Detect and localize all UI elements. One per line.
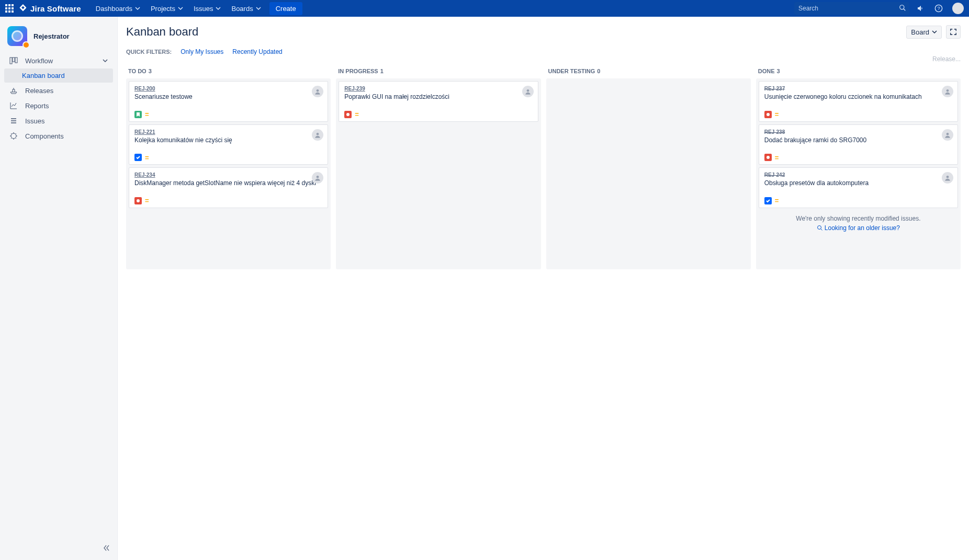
column-done-body[interactable]: REJ-237 Usunięcie czerwonego koloru czci… bbox=[756, 78, 961, 269]
fullscreen-button[interactable] bbox=[946, 25, 961, 39]
svg-point-15 bbox=[767, 113, 770, 116]
column-done-count: 3 bbox=[777, 68, 780, 74]
filter-only-my-issues[interactable]: Only My Issues bbox=[181, 48, 223, 55]
board-dropdown-label: Board bbox=[911, 28, 929, 36]
chevron-down-icon bbox=[932, 29, 937, 35]
board-dropdown[interactable]: Board bbox=[906, 26, 942, 39]
svg-line-1 bbox=[904, 9, 906, 11]
bug-icon bbox=[764, 154, 772, 161]
svg-point-13 bbox=[346, 113, 350, 116]
column-todo: TO DO3 REJ-200 Scenariusze testowe = REJ… bbox=[126, 65, 331, 269]
nav-dashboards-label: Dashboards bbox=[96, 5, 132, 13]
card-key[interactable]: REJ-237 bbox=[764, 86, 952, 92]
task-icon bbox=[764, 197, 772, 204]
card-title: Dodać brakujące ramki do SRG7000 bbox=[764, 136, 952, 145]
card-key[interactable]: REJ-234 bbox=[134, 172, 322, 178]
app-switcher-icon[interactable] bbox=[5, 4, 14, 13]
svg-point-18 bbox=[947, 176, 949, 178]
project-header[interactable]: Rejestrator bbox=[4, 24, 113, 53]
card-key[interactable]: REJ-238 bbox=[764, 129, 952, 135]
sidebar-item-workflow[interactable]: Workflow bbox=[4, 53, 113, 68]
project-name: Rejestrator bbox=[33, 32, 70, 40]
column-todo-body[interactable]: REJ-200 Scenariusze testowe = REJ-221 Ko… bbox=[126, 78, 331, 269]
card-rej-239[interactable]: REJ-239 Poprawki GUI na małej rozdzielcz… bbox=[339, 81, 538, 122]
ship-icon bbox=[9, 86, 18, 95]
card-title: Kolejka komunikatów nie czyści się bbox=[134, 136, 322, 145]
card-rej-221[interactable]: REJ-221 Kolejka komunikatów nie czyści s… bbox=[129, 124, 328, 165]
sidebar-item-reports[interactable]: Reports bbox=[4, 98, 113, 113]
feedback-icon[interactable] bbox=[915, 2, 927, 15]
assignee-avatar[interactable] bbox=[522, 86, 534, 97]
card-key[interactable]: REJ-242 bbox=[764, 172, 952, 178]
card-title: Scenariusze testowe bbox=[134, 93, 322, 101]
older-issues-link[interactable]: Looking for an older issue? bbox=[825, 224, 900, 232]
sidebar: Rejestrator Workflow Kanban board Releas… bbox=[0, 17, 118, 560]
nav-projects-label: Projects bbox=[151, 5, 175, 13]
nav-boards[interactable]: Boards bbox=[226, 5, 266, 13]
svg-point-16 bbox=[947, 133, 949, 135]
assignee-avatar[interactable] bbox=[312, 129, 323, 141]
sidebar-item-releases[interactable]: Releases bbox=[4, 83, 113, 98]
kanban-board: Release... TO DO3 REJ-200 Scenariusze te… bbox=[126, 65, 961, 269]
svg-point-19 bbox=[817, 225, 821, 229]
card-rej-242[interactable]: REJ-242 Obsługa presetów dla autokompute… bbox=[759, 167, 958, 208]
column-done-title: DONE bbox=[758, 68, 775, 74]
nav-issues[interactable]: Issues bbox=[188, 5, 227, 13]
quick-filters: QUICK FILTERS: Only My Issues Recently U… bbox=[126, 48, 961, 55]
search-input[interactable] bbox=[794, 2, 909, 15]
card-rej-234[interactable]: REJ-234 DiskManager metoda getSlotName n… bbox=[129, 167, 328, 208]
chevron-down-icon bbox=[256, 6, 261, 11]
svg-line-20 bbox=[820, 228, 822, 230]
svg-point-8 bbox=[317, 89, 319, 92]
column-done: DONE3 REJ-237 Usunięcie czerwonego kolor… bbox=[756, 65, 961, 269]
release-button[interactable]: Release... bbox=[932, 55, 961, 63]
card-title: Usunięcie czerwonego koloru czcionek na … bbox=[764, 93, 952, 101]
column-undertesting-count: 0 bbox=[597, 68, 600, 74]
column-undertesting-title: UNDER TESTING bbox=[548, 68, 595, 74]
nav-menu: Dashboards Projects Issues Boards Create bbox=[91, 2, 302, 15]
column-undertesting-body[interactable] bbox=[546, 78, 751, 269]
priority-medium-icon: = bbox=[145, 111, 149, 118]
card-key[interactable]: REJ-221 bbox=[134, 129, 322, 135]
chart-icon bbox=[9, 101, 18, 110]
nav-dashboards[interactable]: Dashboards bbox=[91, 5, 145, 13]
sidebar-releases-label: Releases bbox=[25, 87, 53, 95]
board-icon bbox=[9, 56, 18, 65]
column-inprogress: IN PROGRESS1 REJ-239 Poprawki GUI na mał… bbox=[336, 65, 540, 269]
create-button[interactable]: Create bbox=[269, 2, 302, 15]
older-issues-notice: We're only showing recently modified iss… bbox=[759, 211, 958, 236]
filter-recently-updated[interactable]: Recently Updated bbox=[232, 48, 282, 55]
collapse-sidebar-button[interactable] bbox=[103, 544, 111, 554]
svg-point-9 bbox=[317, 133, 319, 135]
jira-logo-text: Jira Software bbox=[30, 4, 81, 13]
card-rej-200[interactable]: REJ-200 Scenariusze testowe = bbox=[129, 81, 328, 122]
svg-text:?: ? bbox=[937, 6, 940, 11]
sidebar-kanban-label: Kanban board bbox=[22, 72, 65, 79]
sidebar-item-components[interactable]: Components bbox=[4, 129, 113, 143]
priority-medium-icon: = bbox=[775, 111, 779, 118]
svg-rect-4 bbox=[10, 58, 12, 64]
card-key[interactable]: REJ-239 bbox=[344, 86, 532, 92]
search-icon bbox=[817, 225, 823, 231]
list-icon bbox=[9, 117, 18, 125]
quick-filters-label: QUICK FILTERS: bbox=[126, 49, 172, 55]
card-rej-237[interactable]: REJ-237 Usunięcie czerwonego koloru czci… bbox=[759, 81, 958, 122]
sidebar-item-kanban[interactable]: Kanban board bbox=[4, 68, 113, 83]
help-icon[interactable]: ? bbox=[932, 2, 945, 15]
story-icon bbox=[134, 111, 142, 118]
column-todo-count: 3 bbox=[149, 68, 152, 74]
svg-point-17 bbox=[767, 156, 770, 159]
assignee-avatar[interactable] bbox=[942, 129, 953, 141]
column-inprogress-body[interactable]: REJ-239 Poprawki GUI na małej rozdzielcz… bbox=[336, 78, 540, 269]
svg-point-12 bbox=[526, 89, 529, 92]
nav-projects[interactable]: Projects bbox=[145, 5, 188, 13]
card-key[interactable]: REJ-200 bbox=[134, 86, 322, 92]
card-title: Obsługa presetów dla autokomputera bbox=[764, 179, 952, 188]
jira-logo[interactable]: Jira Software bbox=[19, 4, 81, 13]
sidebar-reports-label: Reports bbox=[25, 102, 49, 110]
assignee-avatar[interactable] bbox=[942, 86, 953, 97]
sidebar-item-issues[interactable]: Issues bbox=[4, 113, 113, 128]
column-todo-title: TO DO bbox=[128, 68, 147, 74]
profile-avatar[interactable] bbox=[952, 3, 964, 14]
card-rej-238[interactable]: REJ-238 Dodać brakujące ramki do SRG7000… bbox=[759, 124, 958, 165]
